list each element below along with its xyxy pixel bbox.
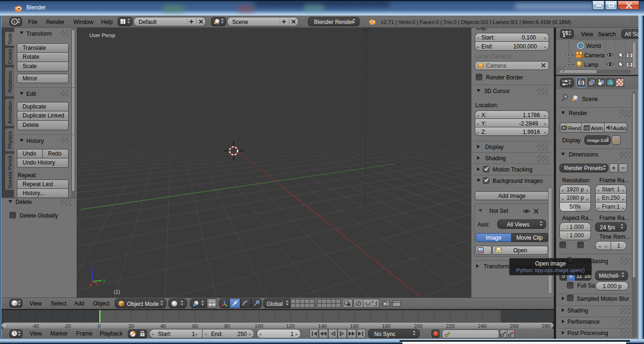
svg-text:z: z [91,265,94,270]
svg-text:y: y [103,277,106,283]
svg-text:i: i [14,19,16,24]
